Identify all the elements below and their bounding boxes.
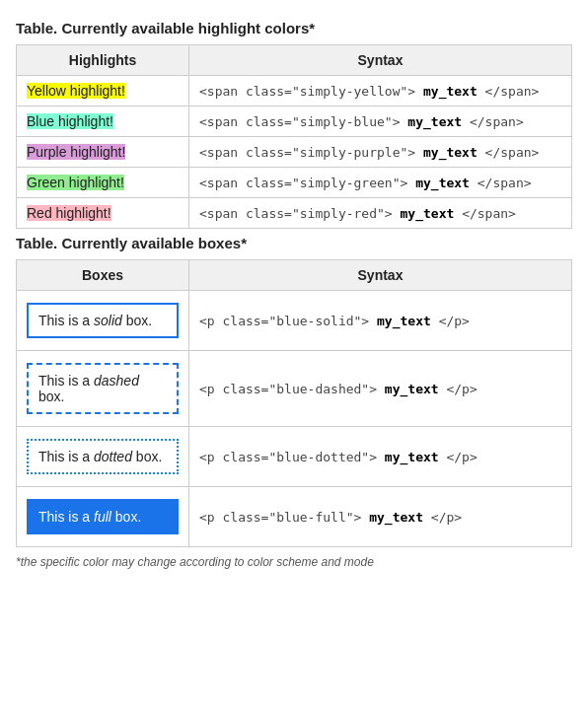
box-row: This is a full box.<p class="blue-full">…	[17, 487, 572, 547]
highlight-label: Yellow highlight!	[27, 83, 125, 99]
box-sample-cell: This is a dashed box.	[17, 351, 189, 427]
highlight-sample: Blue highlight!	[17, 106, 189, 137]
syntax-post: </span>	[485, 84, 540, 99]
box-sample: This is a full box.	[27, 499, 179, 534]
highlight-sample: Green highlight!	[17, 168, 189, 198]
syntax-post: </span>	[478, 176, 532, 190]
highlight-sample: Red highlight!	[17, 198, 189, 229]
syntax-pre: <span class="simply-green">	[199, 176, 407, 190]
highlight-syntax: <span class="simply-purple"> my_text </s…	[189, 137, 572, 168]
box-sample-cell: This is a dotted box.	[17, 427, 189, 487]
footnote: *the specific color may change according…	[16, 555, 572, 569]
box-italic-label: dotted	[94, 449, 132, 464]
highlight-syntax: <span class="simply-yellow"> my_text </s…	[189, 76, 572, 106]
highlights-col-header: Highlights	[17, 45, 189, 76]
highlight-label: Purple highlight!	[27, 144, 125, 160]
highlight-row: Purple highlight!<span class="simply-pur…	[17, 137, 572, 168]
box-sample: This is a solid box.	[27, 303, 179, 338]
box-syntax-post: </p>	[431, 510, 462, 525]
box-syntax: <p class="blue-solid"> my_text </p>	[189, 291, 572, 351]
syntax-col-header: Syntax	[189, 45, 572, 76]
highlight-sample: Purple highlight!	[17, 137, 189, 168]
box-italic-label: dashed	[94, 373, 139, 389]
box-row: This is a dotted box.<p class="blue-dott…	[17, 427, 572, 487]
highlight-sample: Yellow highlight!	[17, 76, 189, 106]
syntax-bold: my_text	[407, 176, 477, 190]
highlights-title: Table. Currently available highlight col…	[16, 20, 572, 36]
box-syntax-pre: <p class="blue-dotted">	[199, 450, 377, 464]
box-syntax-post: </p>	[446, 382, 477, 396]
highlights-section: Table. Currently available highlight col…	[16, 20, 572, 229]
box-syntax-pre: <p class="blue-full">	[199, 510, 361, 525]
highlight-label: Green highlight!	[27, 175, 124, 190]
boxes-section: Table. Currently available boxes* Boxes …	[16, 235, 572, 569]
highlights-table: Highlights Syntax Yellow highlight!<span…	[16, 44, 572, 229]
box-row: This is a solid box.<p class="blue-solid…	[17, 291, 572, 351]
syntax-bold: my_text	[415, 145, 484, 160]
syntax-bold: my_text	[415, 84, 484, 99]
syntax-post: </span>	[470, 114, 524, 129]
box-syntax-bold: my_text	[377, 382, 446, 396]
boxes-syntax-col-header: Syntax	[189, 260, 572, 291]
highlight-syntax: <span class="simply-green"> my_text </sp…	[189, 168, 572, 198]
boxes-table: Boxes Syntax This is a solid box.<p clas…	[16, 259, 572, 547]
highlight-row: Green highlight!<span class="simply-gree…	[17, 168, 572, 198]
box-syntax-post: </p>	[439, 314, 470, 328]
box-syntax-pre: <p class="blue-dashed">	[199, 382, 377, 396]
box-syntax-pre: <p class="blue-solid">	[199, 314, 369, 328]
box-syntax: <p class="blue-dashed"> my_text </p>	[189, 351, 572, 427]
highlight-row: Yellow highlight!<span class="simply-yel…	[17, 76, 572, 106]
box-syntax-bold: my_text	[361, 510, 430, 525]
box-syntax: <p class="blue-full"> my_text </p>	[189, 487, 572, 547]
syntax-post: </span>	[485, 145, 540, 160]
boxes-col-header: Boxes	[17, 260, 189, 291]
syntax-pre: <span class="simply-purple">	[199, 145, 415, 160]
box-sample-cell: This is a full box.	[17, 487, 189, 547]
box-syntax-bold: my_text	[377, 450, 446, 464]
boxes-title: Table. Currently available boxes*	[16, 235, 572, 251]
box-syntax: <p class="blue-dotted"> my_text </p>	[189, 427, 572, 487]
highlight-row: Blue highlight!<span class="simply-blue"…	[17, 106, 572, 137]
box-syntax-post: </p>	[446, 450, 477, 464]
syntax-bold: my_text	[393, 206, 462, 221]
highlight-row: Red highlight!<span class="simply-red"> …	[17, 198, 572, 229]
syntax-pre: <span class="simply-blue">	[199, 114, 401, 129]
box-sample: This is a dashed box.	[27, 363, 179, 414]
highlight-label: Blue highlight!	[27, 113, 113, 129]
box-row: This is a dashed box.<p class="blue-dash…	[17, 351, 572, 427]
box-sample: This is a dotted box.	[27, 439, 179, 474]
highlight-label: Red highlight!	[27, 205, 111, 221]
highlight-syntax: <span class="simply-red"> my_text </span…	[189, 198, 572, 229]
highlight-syntax: <span class="simply-blue"> my_text </spa…	[189, 106, 572, 137]
box-italic-label: solid	[94, 313, 122, 328]
syntax-post: </span>	[462, 206, 516, 221]
box-syntax-bold: my_text	[369, 314, 438, 328]
syntax-pre: <span class="simply-yellow">	[199, 84, 415, 99]
box-italic-label: full	[94, 509, 111, 525]
syntax-pre: <span class="simply-red">	[199, 206, 393, 221]
box-sample-cell: This is a solid box.	[17, 291, 189, 351]
syntax-bold: my_text	[401, 114, 470, 129]
